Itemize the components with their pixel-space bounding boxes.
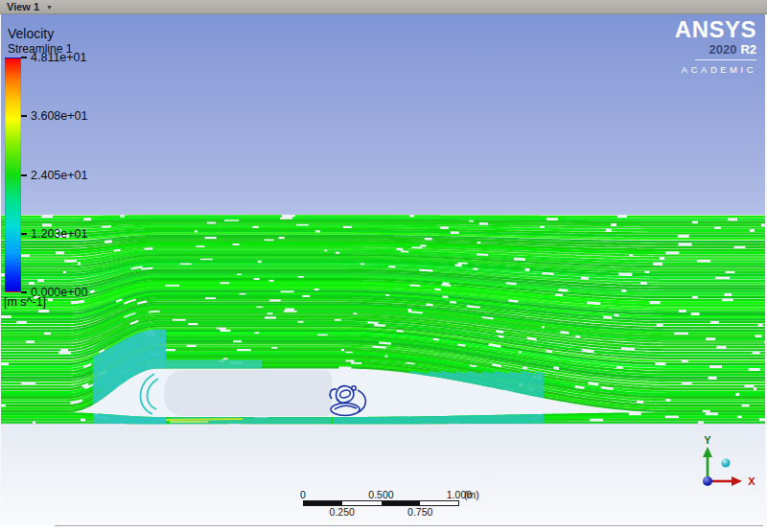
ruler-segment: [304, 501, 342, 505]
colorbar: [5, 58, 21, 292]
view-tab-label: View 1: [7, 0, 39, 14]
ruler-label: 1.000: [447, 489, 472, 500]
chevron-down-icon[interactable]: ▼: [46, 4, 53, 11]
view-tab[interactable]: View 1 ▼: [0, 0, 53, 13]
ansys-logo: ANSYS 2020R2 ACADEMIC: [675, 18, 756, 75]
brand-divider: [695, 59, 756, 60]
origin-ball-icon: [703, 476, 712, 486]
ansys-version: 2020R2: [675, 42, 756, 57]
render-viewport[interactable]: Velocity Streamline 1 [m s^-1] ANSYS 202…: [0, 14, 767, 525]
legend-title: Velocity: [8, 26, 54, 41]
bottom-strip-divider: [55, 525, 763, 526]
ansys-logo-text: ANSYS: [675, 18, 756, 41]
x-axis-label: X: [748, 475, 755, 487]
ruler-segment: [420, 501, 458, 505]
x-axis-arrowhead-icon: [732, 476, 742, 486]
scale-ruler-top-labels: (m) 00.5001.000: [303, 489, 459, 499]
y-axis-arrowhead-icon: [703, 447, 712, 457]
scale-ruler: (m) 00.5001.000 0.2500.750: [303, 489, 459, 517]
streamline-canvas: [1, 14, 767, 525]
ruler-segment: [342, 501, 381, 505]
ansys-cfd-post-window: View 1 ▼ Velocity Streamline 1 [m s^-1] …: [0, 0, 767, 532]
ruler-label: 0.250: [330, 506, 355, 518]
view-tab-bar: View 1 ▼: [0, 0, 767, 14]
axis-triad: Y X: [677, 433, 765, 505]
z-axis-ball-icon: [721, 458, 730, 467]
legend-units: [m s^-1]: [4, 295, 46, 309]
ruler-segment: [382, 501, 420, 505]
scale-ruler-bottom-labels: 0.2500.750: [303, 506, 459, 517]
legend-subtitle: Streamline 1: [8, 42, 72, 56]
ruler-label: 0.500: [368, 489, 393, 500]
ansys-version-release: R2: [740, 42, 756, 57]
y-axis-label: Y: [704, 434, 711, 446]
window-bottom-strip: [0, 525, 767, 532]
ansys-edition: ACADEMIC: [675, 64, 756, 75]
car-body: [164, 370, 332, 416]
ruler-label: 0: [300, 489, 306, 500]
ansys-version-year: 2020: [709, 42, 736, 57]
ruler-label: 0.750: [407, 506, 432, 518]
